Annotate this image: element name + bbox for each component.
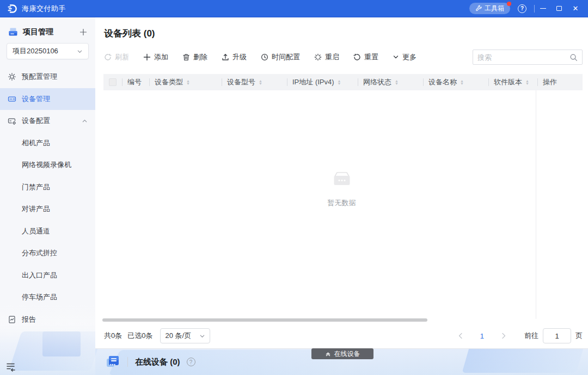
project-section-title: 项目管理 (23, 27, 53, 37)
plus-icon (143, 53, 151, 61)
empty-state: 暂无数据 (328, 169, 356, 208)
page-size-select[interactable]: 20 条/页 (160, 328, 210, 343)
project-header: 项目管理 (0, 17, 95, 38)
upgrade-button[interactable]: 升级 (222, 52, 247, 62)
toolbar-label: 重置 (364, 52, 378, 62)
minimize-icon (540, 8, 546, 9)
submenu-label: 网络视频录像机 (22, 160, 71, 170)
online-device-tab-label: 在线设备 (334, 349, 360, 359)
device-gear-icon (8, 116, 16, 125)
fixed-column-divider (536, 90, 536, 319)
sidebar-item-distributed-control[interactable]: 分布式拼控 (0, 242, 95, 265)
app-logo-icon (7, 3, 17, 14)
toolbox-label: 工具箱 (485, 4, 504, 13)
delete-button[interactable]: 删除 (182, 52, 207, 62)
column-header-device-name: 设备名称▲▼ (423, 74, 488, 90)
double-chevron-up-icon (325, 351, 331, 357)
refresh-icon (104, 53, 112, 61)
sidebar-item-parking[interactable]: 停车场产品 (0, 286, 95, 309)
reset-icon (353, 53, 361, 61)
goto-page-input[interactable] (543, 328, 571, 343)
chevron-up-icon[interactable] (82, 118, 88, 124)
minimize-button[interactable] (535, 2, 551, 16)
prev-page-button[interactable] (455, 333, 466, 339)
next-page-button[interactable] (498, 333, 509, 339)
help-icon[interactable]: ? (187, 358, 195, 366)
sidebar-item-pedestrian-channel[interactable]: 人员通道 (0, 220, 95, 243)
sidebar-item-label: 报告 (22, 315, 36, 324)
project-select[interactable]: 项目20250106 (7, 43, 89, 59)
submenu-label: 门禁产品 (22, 182, 50, 192)
toolbar-label: 升级 (232, 52, 247, 62)
refresh-button[interactable]: 刷新 (104, 52, 129, 62)
toolbox-button[interactable]: 工具箱 (469, 3, 510, 14)
sort-icon[interactable]: ▲▼ (395, 79, 399, 85)
select-all-checkbox-cell (103, 74, 122, 90)
titlebar: 海康交付助手 工具箱 ? ✕ (0, 0, 588, 17)
sort-icon[interactable]: ▲▼ (525, 79, 529, 85)
column-header-ip-address: IP地址 (IPv4)▲▼ (287, 74, 358, 90)
sidebar-item-preconfig[interactable]: 预配置管理 (0, 66, 95, 88)
sidebar: 项目管理 项目20250106 (0, 17, 95, 375)
upload-icon (222, 53, 229, 61)
sidebar-item-device-management[interactable]: 设备管理 (0, 88, 95, 110)
search-icon[interactable] (569, 53, 578, 62)
add-button[interactable]: 添加 (143, 52, 168, 62)
sidebar-item-entrance-exit[interactable]: 出入口产品 (0, 265, 95, 287)
page-unit: 页 (575, 331, 583, 341)
time-config-button[interactable]: 时间配置 (261, 52, 300, 62)
trash-icon (182, 53, 190, 61)
more-button[interactable]: 更多 (393, 52, 416, 62)
toolbar-label: 重启 (325, 52, 339, 62)
project-select-value: 项目20250106 (13, 46, 58, 56)
page-title: 设备列表 (0) (104, 27, 588, 40)
sidebar-item-label: 预配置管理 (22, 72, 57, 82)
selected-count: 已选0条 (127, 331, 152, 341)
toolbar-label: 删除 (193, 52, 207, 62)
sidebar-item-nvr[interactable]: 网络视频录像机 (0, 154, 95, 176)
close-icon: ✕ (573, 5, 579, 12)
column-header-network-status: 网络状态▲▼ (358, 74, 423, 90)
close-button[interactable]: ✕ (567, 2, 584, 16)
current-page[interactable]: 1 (480, 332, 484, 340)
divider (127, 357, 128, 367)
goto-label: 前往 (524, 331, 538, 341)
select-all-checkbox[interactable] (109, 78, 117, 86)
project-icon (8, 27, 19, 38)
collapse-sidebar-button[interactable] (5, 362, 16, 372)
toolbar-label: 更多 (402, 52, 416, 62)
sort-icon[interactable]: ▲▼ (186, 79, 190, 85)
device-icon (8, 95, 16, 103)
sidebar-item-device-config[interactable]: 设备配置 (0, 110, 95, 132)
sidebar-item-label: 设备配置 (22, 116, 50, 126)
help-icon[interactable]: ? (518, 4, 526, 13)
sidebar-item-intercom[interactable]: 对讲产品 (0, 198, 95, 220)
wrench-icon (475, 5, 482, 12)
total-count: 共0条 (104, 331, 122, 341)
empty-text: 暂无数据 (328, 198, 356, 208)
toolbar-label: 时间配置 (272, 52, 300, 62)
submenu-label: 出入口产品 (22, 271, 57, 280)
column-header-software-version: 软件版本▲▼ (488, 74, 537, 90)
toolbar-label: 添加 (154, 52, 168, 62)
reboot-button[interactable]: 重启 (314, 52, 339, 62)
sort-icon[interactable]: ▲▼ (338, 79, 341, 85)
column-header-device-model: 设备型号▲▼ (222, 74, 287, 90)
chevron-down-icon (77, 48, 83, 54)
maximize-button[interactable] (551, 2, 567, 16)
sort-icon[interactable]: ▲▼ (259, 79, 262, 85)
submenu-label: 停车场产品 (22, 292, 57, 302)
submenu-label: 人员通道 (22, 226, 50, 236)
main-content: 设备列表 (0) 刷新 添加 (95, 17, 588, 375)
online-device-icon (105, 354, 120, 370)
sidebar-item-camera[interactable]: 相机产品 (0, 132, 95, 155)
add-project-button[interactable] (79, 28, 88, 36)
search-input[interactable] (477, 53, 569, 62)
reset-button[interactable]: 重置 (353, 52, 378, 62)
sidebar-item-report[interactable]: 报告 (0, 309, 95, 331)
toolbar-label: 刷新 (115, 52, 129, 62)
online-device-tab[interactable]: 在线设备 (311, 348, 373, 359)
sort-icon[interactable]: ▲▼ (460, 79, 464, 85)
sidebar-item-access-control[interactable]: 门禁产品 (0, 176, 95, 199)
horizontal-scrollbar[interactable] (102, 318, 427, 322)
